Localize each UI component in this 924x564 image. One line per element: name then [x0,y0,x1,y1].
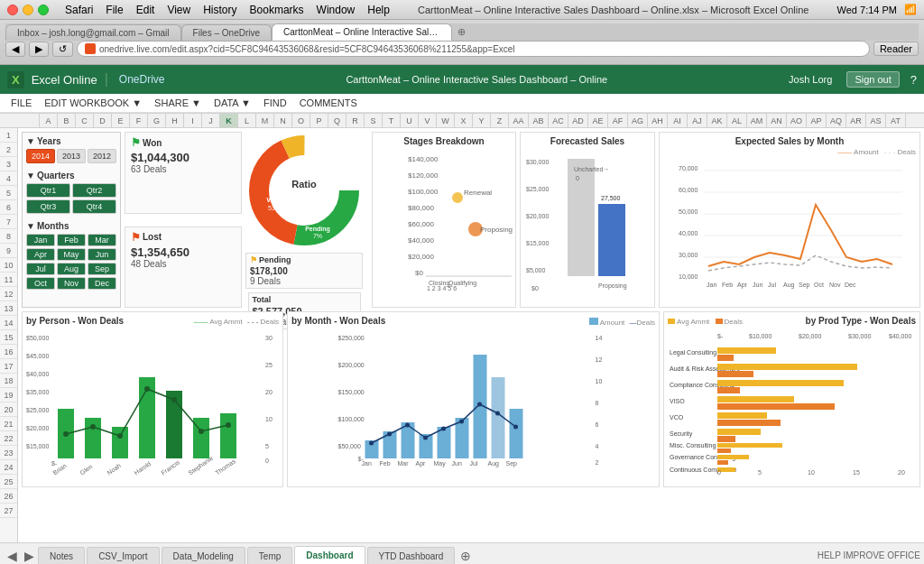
col-f[interactable]: F [130,114,148,127]
jan-btn[interactable]: Jan [26,234,55,246]
may-btn[interactable]: May [57,248,86,261]
col-c[interactable]: C [76,114,94,127]
forward-button[interactable]: ▶ [29,42,49,57]
qtr4-btn[interactable]: Qtr4 [72,199,116,214]
menu-safari[interactable]: Safari [65,4,93,16]
row-11[interactable]: 11 [0,273,17,287]
col-ad[interactable]: AD [568,114,588,127]
ribbon-file[interactable]: FILE [5,96,37,110]
col-ar[interactable]: AR [846,114,866,127]
col-ae[interactable]: AE [588,114,608,127]
col-am[interactable]: AM [747,114,767,127]
dec-btn[interactable]: Dec [88,277,116,290]
menu-window[interactable]: Window [317,4,356,16]
menu-file[interactable]: File [106,4,123,16]
col-p[interactable]: P [310,114,328,127]
help-icon[interactable]: ? [910,73,917,87]
sheet-tab-dashboard[interactable]: Dashboard [294,546,365,565]
qtr1-btn[interactable]: Qtr1 [26,183,70,198]
col-r[interactable]: R [346,114,365,127]
col-as[interactable]: AS [866,114,886,127]
menu-edit[interactable]: Edit [136,4,155,16]
ribbon-comments[interactable]: COMMENTS [294,96,363,110]
qtr3-btn[interactable]: Qtr3 [26,199,70,214]
year-2012-btn[interactable]: 2012 [88,149,116,163]
row-12[interactable]: 12 [0,287,17,301]
col-j[interactable]: J [202,114,220,127]
row-26[interactable]: 26 [0,489,17,504]
row-19[interactable]: 19 [0,388,17,402]
signout-button[interactable]: Sign out [846,71,899,88]
ribbon-data[interactable]: DATA ▼ [208,96,256,110]
row-9[interactable]: 9 [0,244,17,258]
sheet-tab-data-modeling[interactable]: Data_Modeling [162,547,245,565]
col-x[interactable]: X [455,114,473,127]
row-5[interactable]: 5 [0,186,17,200]
sheets-prev-btn[interactable]: ◀ [4,549,21,563]
col-o[interactable]: O [292,114,310,127]
row-7[interactable]: 7 [0,215,17,229]
back-button[interactable]: ◀ [5,42,25,57]
col-ak[interactable]: AK [707,114,727,127]
oct-btn[interactable]: Oct [26,277,55,290]
ribbon-edit-workbook[interactable]: EDIT WORKBOOK ▼ [39,96,147,110]
year-2014-btn[interactable]: 2014 [26,149,55,163]
ribbon-menu[interactable]: FILE EDIT WORKBOOK ▼ SHARE ▼ DATA ▼ FIND… [0,94,924,113]
qtr2-btn[interactable]: Qtr2 [72,183,116,198]
browser-tab-excel[interactable]: CarttonMeat – Online Interactive Sales D… [272,23,452,41]
row-4[interactable]: 4 [0,171,17,186]
sheet-tab-notes[interactable]: Notes [38,547,85,565]
menu-bookmarks[interactable]: Bookmarks [250,4,304,16]
row-16[interactable]: 16 [0,345,17,359]
menu-history[interactable]: History [203,4,236,16]
row-14[interactable]: 14 [0,316,17,330]
col-af[interactable]: AF [608,114,628,127]
col-ah[interactable]: AH [648,114,668,127]
row-23[interactable]: 23 [0,446,17,460]
row-27[interactable]: 27 [0,504,17,518]
year-2013-btn[interactable]: 2013 [57,149,86,163]
col-v[interactable]: V [419,114,437,127]
row-3[interactable]: 3 [0,157,17,171]
col-q[interactable]: Q [328,114,346,127]
nov-btn[interactable]: Nov [57,277,86,290]
row-25[interactable]: 25 [0,475,17,489]
col-e[interactable]: E [112,114,130,127]
row-8[interactable]: 8 [0,229,17,244]
col-an[interactable]: AN [767,114,787,127]
maximize-button[interactable] [38,5,49,15]
jul-btn[interactable]: Jul [26,263,55,275]
row-1[interactable]: 1 [0,128,17,143]
sep-btn[interactable]: Sep [88,263,116,275]
reader-button[interactable]: Reader [873,42,919,56]
row-20[interactable]: 20 [0,402,17,417]
col-aa[interactable]: AA [509,114,529,127]
col-ao[interactable]: AO [787,114,807,127]
col-n[interactable]: N [274,114,292,127]
close-button[interactable] [7,5,18,15]
mac-menu[interactable]: Safari File Edit View History Bookmarks … [65,4,390,16]
row-18[interactable]: 18 [0,374,17,388]
col-ab[interactable]: AB [529,114,549,127]
col-l[interactable]: L [238,114,256,127]
col-z[interactable]: Z [491,114,509,127]
sheet-tab-ytd-dashboard[interactable]: YTD Dashboard [367,547,456,565]
col-g[interactable]: G [148,114,166,127]
col-ap[interactable]: AP [807,114,827,127]
new-tab-button[interactable]: ⊕ [452,23,471,41]
jun-btn[interactable]: Jun [88,248,116,261]
row-6[interactable]: 6 [0,200,17,215]
ribbon-find[interactable]: FIND [258,96,292,110]
menu-help[interactable]: Help [367,4,390,16]
col-a[interactable]: A [40,114,58,127]
col-i[interactable]: I [184,114,202,127]
row-21[interactable]: 21 [0,417,17,431]
row-13[interactable]: 13 [0,301,17,316]
feb-btn[interactable]: Feb [57,234,86,246]
col-ac[interactable]: AC [549,114,568,127]
browser-tabs[interactable]: Inbox – josh.long@gmail.com – Gmail File… [5,23,919,41]
browser-tab-onedrive[interactable]: Files – OneDrive [181,24,272,41]
col-s[interactable]: S [365,114,383,127]
col-m[interactable]: M [256,114,274,127]
minimize-button[interactable] [23,5,33,15]
